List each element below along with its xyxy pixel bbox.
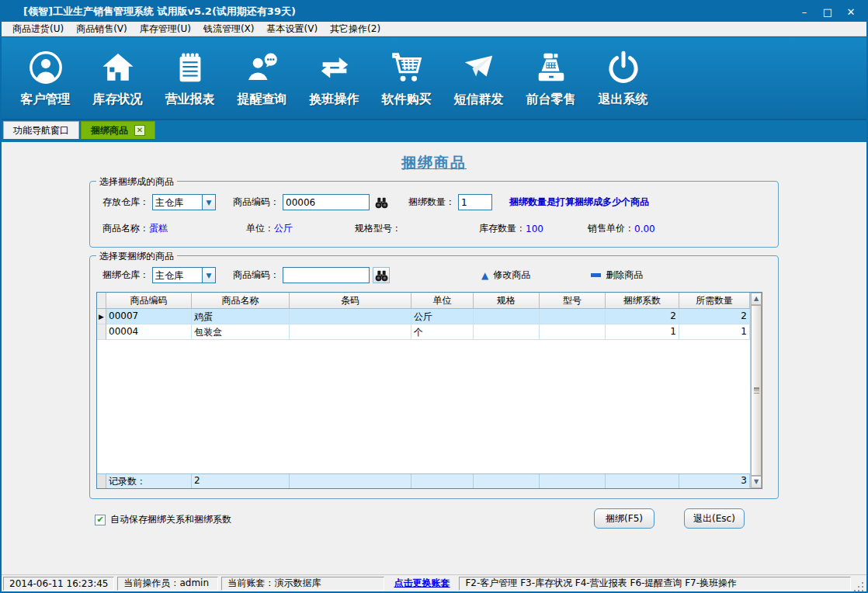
menu-item-goods-sales[interactable]: 商品销售(V) [70,22,134,36]
toolbar-label: 营业报表 [165,92,215,108]
cell-bundle-factor: 1 [606,324,679,340]
exit-button[interactable]: 退出(Esc) [684,508,745,529]
binoculars-icon[interactable] [373,194,390,210]
chevron-down-icon[interactable]: ▼ [202,195,215,210]
toolbar-pos-retail[interactable]: 前台零售 [515,49,587,108]
menu-item-inventory-mgmt[interactable]: 库存管理(U) [134,22,197,36]
bundle-qty-label: 捆绑数量： [408,196,455,209]
status-bar: 2014-06-11 16:23:45 当前操作员：admin 当前账套：演示数… [2,574,866,591]
groupbox-component-products: 选择要捆绑的商品 捆绑仓库： 主仓库 ▼ 商品编码： ▲ 修改商品 [89,255,779,499]
user-icon [27,49,64,86]
autosave-checkbox[interactable]: ✔ [95,515,106,525]
bundle-qty-hint: 捆绑数量是打算捆绑成多少个商品 [509,196,649,209]
triangle-up-icon: ▲ [481,270,488,281]
row-marker-icon: ▶ [97,309,106,324]
tab-function-navigation[interactable]: 功能导航窗口 [3,121,79,139]
header-barcode[interactable]: 条码 [290,293,411,309]
cash-register-icon [533,49,570,86]
footer-cell [411,474,474,488]
tab-label: 功能导航窗口 [13,124,69,137]
cell-product-code: 00004 [106,324,192,340]
unit-label: 单位： [246,222,274,235]
notepad-icon [172,49,209,86]
menu-item-goods-purchase[interactable]: 商品进货(U) [6,22,70,36]
product-code-input[interactable] [283,194,370,210]
bundle-qty-input[interactable] [458,194,492,210]
status-datetime: 2014-06-11 16:23:45 [3,577,114,591]
bundle-button[interactable]: 捆绑(F5) [594,508,654,529]
chevron-down-icon[interactable]: ▼ [202,268,215,283]
header-bundle-factor[interactable]: 捆绑系数 [606,293,679,309]
cell-spec [474,309,540,324]
tab-bundle-product[interactable]: 捆绑商品 ✕ [81,121,155,139]
groupbox-target-product: 选择捆绑成的商品 存放仓库： 主仓库 ▼ 商品编码： 捆绑数量： 捆绑数量是打算… [89,181,779,248]
main-content: 捆绑商品 选择捆绑成的商品 存放仓库： 主仓库 ▼ 商品编码： 捆绑数量： [2,142,866,574]
envelope-icon [460,49,498,86]
window-controls: – □ ✕ [798,6,866,18]
thumb-grip [754,387,759,394]
window-title: [领智]工业生产销售管理系统 试用版v5.2(试用期还有39天) [2,5,798,19]
toolbar-label: 短信群发 [454,92,504,108]
tab-close-icon[interactable]: ✕ [134,125,145,136]
component-code-input[interactable] [283,267,370,283]
cell-required-qty: 1 [679,324,750,340]
menu-item-cashflow-mgmt[interactable]: 钱流管理(X) [197,22,261,36]
bundle-warehouse-select[interactable]: 主仓库 ▼ [152,267,216,283]
close-button[interactable]: ✕ [845,6,857,18]
cell-barcode [290,309,411,324]
table-body: ▶ 00007 鸡蛋 公斤 2 2 [97,309,750,473]
toolbar-label: 前台零售 [526,92,576,108]
modify-product-label: 修改商品 [493,269,530,282]
home-icon [99,49,137,86]
record-count-label: 记录数： [106,474,192,488]
resize-grip[interactable] [854,581,865,591]
footer-marker-cell [97,474,106,488]
table-row[interactable]: 00004 包装盒 个 1 1 [97,324,750,340]
toolbar-sms-broadcast[interactable]: 短信群发 [443,49,515,108]
status-account: 当前账套：演示数据库 [221,577,384,591]
header-product-name[interactable]: 商品名称 [192,293,290,309]
menu-item-basic-settings[interactable]: 基本设置(V) [260,22,324,36]
warehouse-select[interactable]: 主仓库 ▼ [152,194,216,210]
cell-product-name: 包装盒 [192,324,290,340]
footer-cell [540,474,606,488]
required-qty-sum: 3 [679,474,750,488]
scroll-up-icon[interactable]: ▲ [751,293,762,305]
binoculars-icon[interactable] [373,267,390,283]
toolbar-label: 库存状况 [93,92,143,108]
toolbar-label: 客户管理 [21,92,71,108]
toolbar-customer-management[interactable]: 客户管理 [9,49,82,108]
scrollbar-thumb[interactable] [751,305,762,476]
cell-model [540,324,606,340]
scroll-down-icon[interactable]: ▼ [751,476,762,488]
header-required-qty[interactable]: 所需数量 [679,293,750,309]
minimize-button[interactable]: – [798,6,811,18]
toolbar-label: 退出系统 [599,92,648,108]
header-spec[interactable]: 规格 [474,293,540,309]
cell-spec [474,324,540,340]
footer-cell [290,474,411,488]
toolbar-business-report[interactable]: 营业报表 [154,49,226,108]
header-model[interactable]: 型号 [540,293,606,309]
maximize-button[interactable]: □ [821,6,834,18]
delete-product-button[interactable]: 删除商品 [591,269,643,282]
header-unit[interactable]: 单位 [411,293,474,309]
toolbar-reminder-query[interactable]: 提醒查询 [226,49,298,108]
modify-product-button[interactable]: ▲ 修改商品 [481,269,530,282]
app-window: [领智]工业生产销售管理系统 试用版v5.2(试用期还有39天) – □ ✕ 商… [0,0,868,593]
table-row[interactable]: ▶ 00007 鸡蛋 公斤 2 2 [97,309,750,324]
main-toolbar: 客户管理 库存状况 营业报表 提醒查询 换班操作 [2,36,866,120]
scrollbar-track[interactable] [751,305,762,476]
switch-account-link[interactable]: 点击更换账套 [387,577,456,590]
toolbar-software-purchase[interactable]: 软件购买 [370,49,443,108]
toolbar-exit-system[interactable]: 退出系统 [587,49,659,108]
menu-item-other-operations[interactable]: 其它操作(2) [324,22,387,36]
component-code-label: 商品编码： [233,269,279,282]
toolbar-stock-status[interactable]: 库存状况 [82,49,154,108]
vertical-scrollbar[interactable]: ▲ ▼ [750,293,762,488]
person-chat-icon [244,49,281,86]
toolbar-shift-change[interactable]: 换班操作 [298,49,370,108]
header-product-code[interactable]: 商品编码 [106,293,192,309]
product-name-value: 蛋糕 [149,222,168,235]
stock-qty-label: 库存数量： [479,222,526,235]
